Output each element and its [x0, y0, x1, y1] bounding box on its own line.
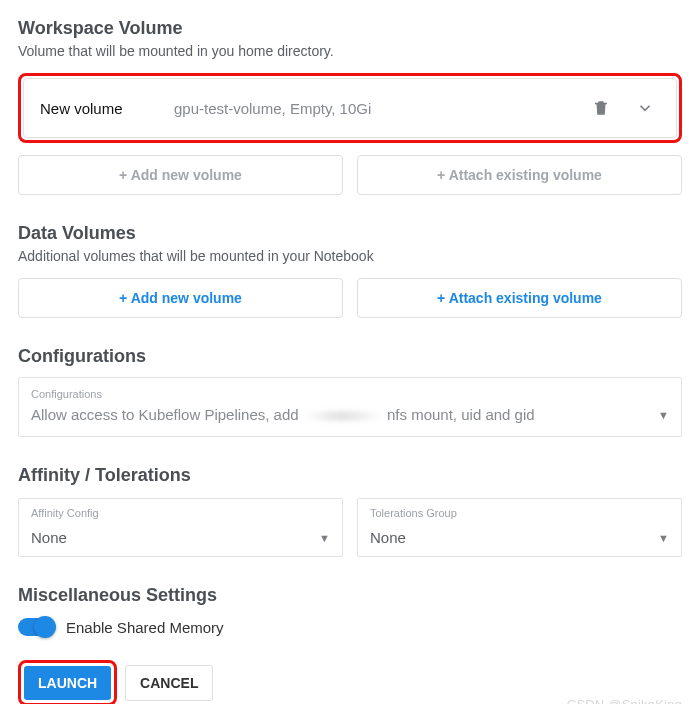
launch-button[interactable]: LAUNCH — [24, 666, 111, 700]
dropdown-arrow-icon: ▼ — [658, 532, 669, 544]
add-new-volume-button-ws[interactable]: + Add new volume — [18, 155, 343, 195]
affinity-config-value: None — [31, 529, 67, 546]
affinity-title: Affinity / Tolerations — [18, 465, 682, 486]
affinity-config-label: Affinity Config — [31, 507, 330, 519]
data-volumes-section: Data Volumes Additional volumes that wil… — [18, 223, 682, 318]
workspace-title: Workspace Volume — [18, 18, 682, 39]
misc-title: Miscellaneous Settings — [18, 585, 682, 606]
workspace-volume-section: Workspace Volume Volume that will be mou… — [18, 18, 682, 195]
shared-memory-toggle[interactable] — [18, 618, 54, 636]
misc-settings-section: Miscellaneous Settings Enable Shared Mem… — [18, 585, 682, 636]
data-volumes-title: Data Volumes — [18, 223, 682, 244]
configurations-dropdown[interactable]: Configurations Allow access to Kubeflow … — [18, 377, 682, 437]
trash-icon[interactable] — [586, 93, 616, 123]
configurations-field-label: Configurations — [31, 388, 669, 400]
tolerations-group-value: None — [370, 529, 406, 546]
attach-existing-volume-button-ws[interactable]: + Attach existing volume — [357, 155, 682, 195]
dropdown-arrow-icon: ▼ — [658, 409, 669, 421]
configurations-title: Configurations — [18, 346, 682, 367]
chevron-down-icon[interactable] — [630, 93, 660, 123]
watermark: CSDN @SpikeKing — [567, 697, 682, 704]
tolerations-group-label: Tolerations Group — [370, 507, 669, 519]
add-new-volume-button-dv[interactable]: + Add new volume — [18, 278, 343, 318]
workspace-volume-highlight: New volume gpu-test-volume, Empty, 10Gi — [18, 73, 682, 143]
launch-highlight: LAUNCH — [18, 660, 117, 704]
dropdown-arrow-icon: ▼ — [319, 532, 330, 544]
configurations-value: Allow access to Kubeflow Pipelines, add … — [31, 406, 535, 424]
tolerations-group-select[interactable]: Tolerations Group None ▼ — [357, 498, 682, 557]
affinity-tolerations-section: Affinity / Tolerations Affinity Config N… — [18, 465, 682, 557]
workspace-volume-row[interactable]: New volume gpu-test-volume, Empty, 10Gi — [23, 78, 677, 138]
configurations-section: Configurations Configurations Allow acce… — [18, 346, 682, 437]
affinity-config-select[interactable]: Affinity Config None ▼ — [18, 498, 343, 557]
attach-existing-volume-button-dv[interactable]: + Attach existing volume — [357, 278, 682, 318]
cancel-button[interactable]: CANCEL — [125, 665, 213, 701]
data-volumes-desc: Additional volumes that will be mounted … — [18, 248, 682, 264]
redacted-smudge — [303, 408, 383, 424]
volume-detail: gpu-test-volume, Empty, 10Gi — [174, 100, 572, 117]
shared-memory-label: Enable Shared Memory — [66, 619, 224, 636]
volume-type-label: New volume — [40, 100, 160, 117]
workspace-desc: Volume that will be mounted in you home … — [18, 43, 682, 59]
